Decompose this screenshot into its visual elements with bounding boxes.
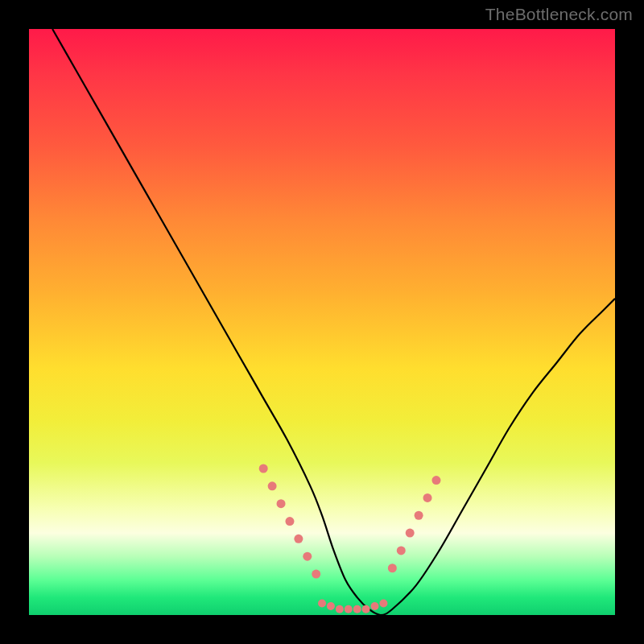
marker-dot (327, 602, 335, 610)
valley-markers (259, 464, 441, 613)
plot-area (29, 29, 615, 615)
marker-dot (353, 605, 361, 613)
marker-dot (277, 499, 286, 508)
marker-dot (294, 535, 303, 543)
chart-frame: TheBottleneck.com (0, 0, 644, 644)
marker-dot (379, 599, 387, 607)
marker-dot (415, 511, 423, 520)
marker-dot (388, 564, 397, 572)
marker-dot (303, 552, 312, 561)
marker-dot (362, 605, 370, 613)
marker-dot (336, 605, 344, 613)
marker-dot (431, 476, 440, 485)
marker-dot (423, 493, 432, 502)
curve-layer (29, 29, 615, 615)
bottleneck-curve (52, 29, 615, 615)
main-curve (52, 29, 615, 615)
marker-dot (312, 570, 320, 579)
marker-dot (285, 517, 294, 526)
marker-dot (345, 605, 353, 613)
marker-dot (268, 481, 277, 490)
marker-dot (259, 464, 268, 473)
marker-dot (371, 602, 379, 610)
marker-dot (397, 546, 406, 555)
marker-dot (318, 599, 326, 607)
watermark-text: TheBottleneck.com (485, 5, 633, 24)
marker-dot (406, 529, 415, 538)
